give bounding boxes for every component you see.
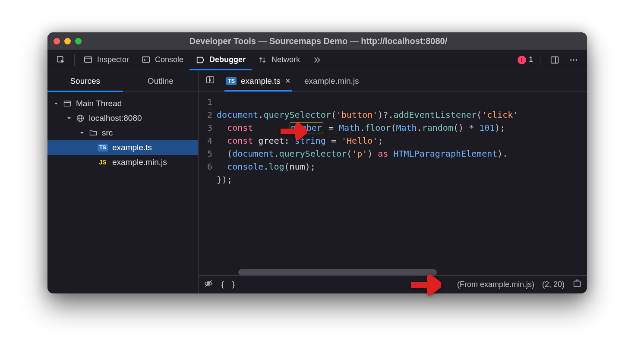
tab-console[interactable]: Console [135,50,189,70]
annotation-arrow-1 [281,122,307,142]
close-tab-icon[interactable]: ✕ [285,77,290,85]
js-badge-icon: JS [98,159,108,166]
tab-network[interactable]: Network [252,50,306,70]
code-editor[interactable]: 123456 document.querySelector('button')?… [199,92,587,275]
sidebar-tab-sources[interactable]: Sources [47,70,123,91]
pointer-icon [56,55,66,65]
eye-off-icon [204,279,213,288]
toolbar: Inspector Console Debugger Network ! 1 [47,50,587,70]
error-badge[interactable]: ! 1 [518,55,533,64]
pick-element-button[interactable] [50,50,72,70]
ts-badge-icon: TS [98,144,108,151]
tab-inspector[interactable]: Inspector [77,50,135,70]
close-window-button[interactable] [54,38,60,44]
ts-badge-icon: TS [226,77,237,85]
chevron-down-icon [54,99,59,108]
kebab-menu-button[interactable] [566,55,581,65]
chevron-double-right-icon [312,55,322,65]
tree-file-example-ts[interactable]: TS example.ts [47,140,198,155]
tree-file-example-min-js[interactable]: JS example.min.js [47,155,198,170]
editor-tab-label: example.min.js [304,76,359,86]
sidebar-tab-outline-label: Outline [148,76,174,86]
chevron-down-icon [79,129,85,137]
svg-point-7 [573,59,574,60]
svg-line-17 [205,281,212,287]
tab-debugger[interactable]: Debugger [189,50,252,70]
svg-rect-3 [142,57,150,62]
line-gutter: 123456 [199,92,217,275]
window-title: Developer Tools — Sourcemaps Demo — http… [82,36,581,46]
blackbox-button[interactable] [204,279,213,290]
tab-inspector-label: Inspector [97,55,129,64]
window-icon [63,99,72,108]
traffic-lights [54,38,82,44]
minimize-window-button[interactable] [64,38,71,44]
source-tree: Main Thread localhost:8080 src TS exampl… [47,92,198,174]
sourcemap-from-label: (From example.min.js) [457,280,534,289]
annotation-arrow-2 [411,274,441,297]
editor-tab-example-ts[interactable]: TS example.ts ✕ [220,70,297,91]
cursor-position: (2, 20) [542,280,565,289]
tabs-overflow-button[interactable] [306,50,328,70]
panel-left-icon [205,75,215,85]
svg-rect-18 [574,281,581,287]
chevron-down-icon [66,114,72,123]
editor-tab-example-min-js[interactable]: example.min.js [298,70,365,91]
debugger-icon [196,55,205,65]
editor-pane: TS example.ts ✕ example.min.js 123456 do… [199,70,587,293]
tree-label: example.min.js [112,158,167,167]
sidebar-tab-outline[interactable]: Outline [123,70,199,91]
tree-folder-src[interactable]: src [47,126,198,140]
titlebar: Developer Tools — Sourcemaps Demo — http… [47,32,587,50]
tree-label: src [102,128,113,138]
globe-icon [76,114,85,123]
horizontal-scrollbar[interactable] [238,269,437,275]
map-icon [572,279,582,288]
separator [540,54,540,66]
statusbar: { } (From example.min.js) (2, 20) [199,275,587,293]
tree-host[interactable]: localhost:8080 [47,111,198,126]
svg-point-6 [570,59,571,60]
dock-icon [550,55,559,65]
dock-mode-button[interactable] [547,55,562,65]
code-content: document.querySelector('button')?.addEve… [217,92,587,275]
svg-point-8 [576,59,577,60]
maximize-window-button[interactable] [75,38,82,44]
toggle-sidebar-button[interactable] [202,75,218,87]
tree-label: localhost:8080 [89,113,142,123]
tab-debugger-label: Debugger [209,55,246,64]
dots-icon [569,55,578,65]
error-icon: ! [518,56,526,64]
svg-rect-9 [64,101,71,106]
tree-main-thread[interactable]: Main Thread [47,96,198,111]
tab-console-label: Console [155,55,183,64]
sourcemap-toggle-button[interactable] [572,279,582,290]
inspector-icon [83,55,93,65]
folder-icon [89,129,98,137]
error-count: 1 [529,55,533,64]
sidebar-tab-sources-label: Sources [70,76,100,86]
network-icon [258,55,267,65]
devtools-window: Developer Tools — Sourcemaps Demo — http… [47,32,587,293]
sidebar: Sources Outline Main Thread localhost:80… [47,70,199,293]
editor-tab-label: example.ts [241,76,281,86]
svg-rect-1 [85,57,92,62]
console-icon [141,55,151,65]
pretty-print-button[interactable]: { } [220,280,237,289]
svg-rect-4 [551,57,559,63]
tree-label: example.ts [112,143,152,152]
tree-label: Main Thread [76,99,122,108]
tab-network-label: Network [271,55,300,64]
separator [74,54,75,66]
